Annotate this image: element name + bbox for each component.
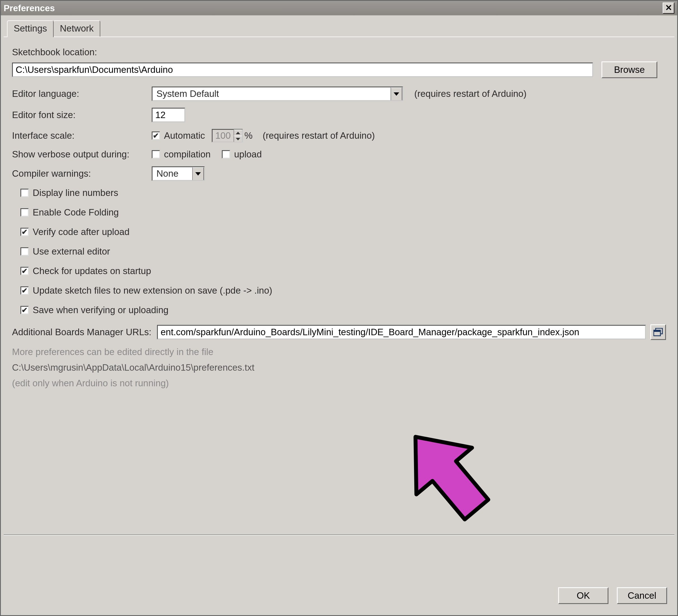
code-folding-text: Enable Code Folding	[33, 207, 119, 218]
verbose-compilation-checkbox[interactable]: ✔	[152, 150, 160, 159]
settings-panel: Sketchbook location: Browse Editor langu…	[4, 37, 674, 536]
svg-marker-3	[392, 419, 504, 531]
tab-network[interactable]: Network	[53, 20, 100, 37]
window-icon	[653, 328, 663, 336]
tab-network-label: Network	[60, 23, 93, 34]
compwarn-select-value: None	[153, 168, 192, 179]
tab-settings[interactable]: Settings	[7, 20, 53, 37]
preferences-window: Preferences ✕ Settings Network Sketchboo…	[0, 0, 678, 616]
more-prefs-note: More preferences can be edited directly …	[12, 347, 666, 357]
ok-button-label: OK	[576, 590, 590, 601]
verbose-upload-text: upload	[234, 149, 262, 160]
cancel-button-label: Cancel	[628, 590, 656, 601]
save-verify-text: Save when verifying or uploading	[33, 305, 168, 316]
tab-settings-label: Settings	[14, 23, 47, 34]
scale-note: (requires restart of Arduino)	[263, 130, 375, 141]
edit-only-note: (edit only when Arduino is not running)	[12, 378, 666, 388]
updates-text: Check for updates on startup	[33, 266, 151, 276]
compwarn-select[interactable]: None	[152, 166, 205, 181]
svg-rect-2	[654, 330, 661, 332]
rename-ino-checkbox[interactable]: ✔	[21, 286, 29, 295]
sketchbook-label: Sketchbook location:	[12, 47, 97, 57]
cancel-button[interactable]: Cancel	[617, 587, 667, 604]
annotation-arrow-icon	[392, 419, 504, 531]
compwarn-label: Compiler warnings:	[12, 168, 152, 179]
options-list: ✔Display line numbers ✔Enable Code Foldi…	[21, 188, 666, 316]
line-numbers-text: Display line numbers	[33, 188, 118, 198]
verify-upload-text: Verify code after upload	[33, 227, 129, 237]
chevron-down-icon	[390, 87, 402, 100]
rename-ino-text: Update sketch files to new extension on …	[33, 285, 272, 296]
language-label: Editor language:	[12, 88, 152, 99]
tab-row: Settings Network	[7, 22, 677, 37]
chevron-down-icon	[192, 167, 204, 180]
verbose-label: Show verbose output during:	[12, 149, 152, 160]
close-icon[interactable]: ✕	[663, 2, 674, 14]
scale-label: Interface scale:	[12, 130, 152, 141]
boards-url-input[interactable]	[157, 325, 646, 339]
browse-button-label: Browse	[614, 65, 645, 75]
language-select[interactable]: System Default	[152, 86, 403, 101]
ext-editor-checkbox[interactable]: ✔	[21, 247, 29, 256]
titlebar: Preferences ✕	[1, 1, 677, 15]
scale-value: 100	[213, 130, 233, 141]
dialog-footer: OK Cancel	[558, 587, 667, 604]
sketchbook-input[interactable]	[12, 63, 593, 77]
scale-automatic-text: Automatic	[164, 130, 205, 141]
expand-urls-button[interactable]	[650, 324, 666, 340]
boards-url-label: Additional Boards Manager URLs:	[12, 327, 151, 337]
scale-spinner[interactable]: 100	[212, 129, 243, 142]
prefs-file-path[interactable]: C:\Users\mgrusin\AppData\Local\Arduino15…	[12, 362, 666, 373]
window-title: Preferences	[4, 3, 663, 13]
code-folding-checkbox[interactable]: ✔	[21, 208, 29, 216]
verbose-compilation-text: compilation	[164, 149, 211, 160]
language-select-value: System Default	[153, 88, 390, 99]
verify-upload-checkbox[interactable]: ✔	[21, 228, 29, 236]
fontsize-input[interactable]	[152, 108, 185, 122]
updates-checkbox[interactable]: ✔	[21, 267, 29, 275]
browse-button[interactable]: Browse	[601, 61, 657, 78]
ok-button[interactable]: OK	[558, 587, 608, 604]
verbose-upload-checkbox[interactable]: ✔	[222, 150, 230, 159]
scale-up-icon[interactable]	[233, 129, 242, 136]
save-verify-checkbox[interactable]: ✔	[21, 306, 29, 314]
fontsize-label: Editor font size:	[12, 110, 152, 120]
ext-editor-text: Use external editor	[33, 246, 110, 257]
scale-automatic-checkbox[interactable]: ✔	[152, 131, 160, 140]
line-numbers-checkbox[interactable]: ✔	[21, 189, 29, 197]
scale-down-icon[interactable]	[233, 136, 242, 142]
language-note: (requires restart of Arduino)	[414, 88, 527, 99]
scale-percent: %	[244, 130, 253, 141]
